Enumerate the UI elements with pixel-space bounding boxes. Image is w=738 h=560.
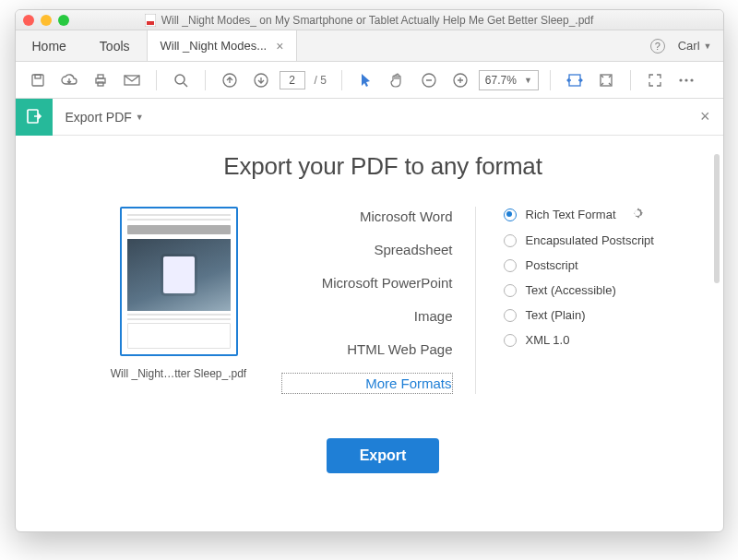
- header-right-tools: ? Carl ▼: [650, 30, 723, 61]
- svg-rect-2: [32, 75, 43, 86]
- category-powerpoint[interactable]: Microsoft PowerPoint: [281, 273, 453, 292]
- mail-icon[interactable]: [119, 67, 145, 93]
- svg-rect-6: [98, 82, 103, 86]
- document-tab[interactable]: Will _Night Modes... ×: [147, 30, 298, 61]
- close-window-button[interactable]: [23, 15, 34, 26]
- save-icon[interactable]: [25, 67, 51, 93]
- format-category-list: Microsoft Word Spreadsheet Microsoft Pow…: [281, 207, 453, 394]
- export-pdf-chip-icon: [16, 99, 53, 136]
- tool-panel-header: Export PDF ▼ ×: [16, 99, 723, 136]
- option-postscript[interactable]: Postscript: [504, 258, 654, 272]
- user-name-label: Carl: [678, 39, 700, 53]
- category-image[interactable]: Image: [281, 306, 453, 326]
- radio-icon: [504, 259, 517, 272]
- vertical-divider: [475, 207, 476, 394]
- select-tool-icon[interactable]: [353, 67, 379, 93]
- separator: [630, 70, 631, 90]
- page-down-icon[interactable]: [248, 67, 274, 93]
- more-tools-icon[interactable]: [673, 67, 699, 93]
- thumbnail-column: Will _Night…tter Sleep_.pdf: [99, 207, 259, 380]
- fit-width-icon[interactable]: [562, 67, 588, 93]
- document-tab-label: Will _Night Modes...: [161, 39, 268, 53]
- option-text-accessible[interactable]: Text (Accessible): [504, 283, 654, 297]
- category-html[interactable]: HTML Web Page: [281, 340, 453, 359]
- minimize-window-button[interactable]: [41, 15, 52, 26]
- page-total-label: / 5: [315, 74, 327, 87]
- print-icon[interactable]: [88, 67, 113, 93]
- chevron-down-icon: ▼: [704, 42, 712, 51]
- cloud-icon[interactable]: [56, 67, 82, 93]
- gear-icon[interactable]: [631, 207, 644, 222]
- nav-home[interactable]: Home: [16, 30, 83, 61]
- separator: [205, 70, 206, 90]
- radio-icon: [504, 284, 517, 297]
- option-text-plain[interactable]: Text (Plain): [504, 308, 654, 322]
- close-tab-icon[interactable]: ×: [276, 39, 283, 54]
- export-button[interactable]: Export: [327, 438, 440, 473]
- zoom-dropdown[interactable]: 67.7% ▼: [479, 70, 539, 90]
- svg-rect-3: [35, 75, 41, 78]
- category-spreadsheet[interactable]: Spreadsheet: [281, 240, 453, 259]
- svg-point-16: [684, 78, 687, 81]
- svg-rect-1: [147, 21, 154, 25]
- chevron-down-icon: ▼: [136, 113, 144, 122]
- close-panel-icon[interactable]: ×: [700, 107, 710, 126]
- main-toolbar: 2 / 5 67.7% ▼: [16, 62, 723, 99]
- option-label: Text (Accessible): [526, 283, 616, 297]
- svg-point-8: [175, 75, 184, 84]
- page-number-input[interactable]: 2: [280, 71, 305, 89]
- category-word[interactable]: Microsoft Word: [281, 207, 453, 226]
- scrollbar[interactable]: [714, 154, 720, 283]
- option-label: XML 1.0: [526, 333, 570, 347]
- category-more-formats[interactable]: More Formats: [281, 373, 453, 394]
- radio-icon: [504, 309, 517, 322]
- svg-rect-0: [145, 14, 156, 27]
- svg-point-17: [690, 78, 693, 81]
- zoom-value-label: 67.7%: [485, 74, 517, 87]
- option-label: Text (Plain): [526, 308, 586, 322]
- option-label: Postscript: [526, 258, 578, 272]
- thumbnail-filename: Will _Night…tter Sleep_.pdf: [99, 367, 259, 380]
- page-up-icon[interactable]: [217, 67, 243, 93]
- option-label: Rich Text Format: [526, 208, 616, 221]
- separator: [341, 70, 342, 90]
- chevron-down-icon: ▼: [524, 76, 532, 85]
- help-icon[interactable]: ?: [650, 39, 665, 54]
- traffic-lights: [23, 15, 69, 26]
- window-title: Will _Night Modes_ on My Smartphone or T…: [16, 14, 723, 27]
- maximize-window-button[interactable]: [58, 15, 69, 26]
- radio-icon: [504, 334, 517, 347]
- nav-tools[interactable]: Tools: [83, 30, 147, 61]
- option-xml[interactable]: XML 1.0: [504, 333, 654, 347]
- hand-tool-icon[interactable]: [385, 67, 411, 93]
- separator: [550, 70, 551, 90]
- panel-headline: Export your PDF to any format: [99, 152, 668, 181]
- fit-page-icon[interactable]: [593, 67, 619, 93]
- option-label: Encapsulated Postscript: [526, 233, 654, 247]
- top-nav-bar: Home Tools Will _Night Modes... × ? Carl…: [16, 30, 723, 62]
- pdf-file-icon: [145, 14, 156, 27]
- svg-rect-5: [98, 75, 103, 78]
- search-icon[interactable]: [168, 67, 194, 93]
- window-titlebar: Will _Night Modes_ on My Smartphone or T…: [16, 10, 723, 30]
- export-panel: Export your PDF to any format Will _Nigh…: [16, 136, 723, 490]
- document-thumbnail[interactable]: [120, 207, 238, 356]
- user-menu[interactable]: Carl ▼: [678, 39, 712, 53]
- svg-point-15: [679, 78, 682, 81]
- tool-panel-title[interactable]: Export PDF ▼: [65, 110, 144, 125]
- zoom-in-icon[interactable]: [447, 67, 473, 93]
- app-window: Will _Night Modes_ on My Smartphone or T…: [15, 9, 724, 532]
- option-rtf[interactable]: Rich Text Format: [504, 207, 654, 222]
- radio-icon: [504, 234, 517, 247]
- format-options-list: Rich Text Format Encapsulated Postscript…: [498, 207, 654, 347]
- radio-icon: [504, 209, 517, 221]
- option-eps[interactable]: Encapsulated Postscript: [504, 233, 654, 247]
- separator: [156, 70, 157, 90]
- zoom-out-icon[interactable]: [416, 67, 442, 93]
- fullscreen-icon[interactable]: [642, 67, 668, 93]
